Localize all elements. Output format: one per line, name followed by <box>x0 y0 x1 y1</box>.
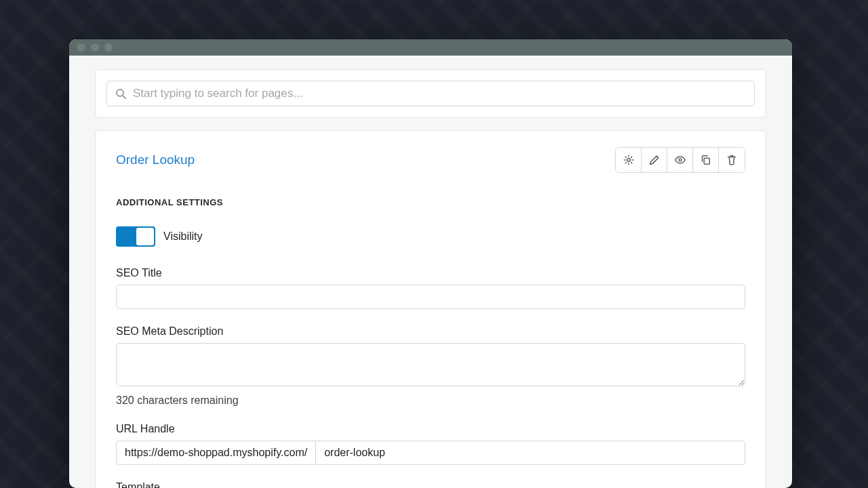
svg-point-2 <box>627 159 630 162</box>
edit-button[interactable] <box>642 148 667 172</box>
page-title-link[interactable]: Order Lookup <box>116 152 195 167</box>
template-label: Template <box>116 481 745 488</box>
action-bar <box>615 147 745 173</box>
svg-line-1 <box>123 96 125 98</box>
page-header: Order Lookup <box>116 147 745 173</box>
visibility-row: Visibility <box>116 226 745 247</box>
url-handle-group: https://demo-shoppad.myshopify.com/ <box>116 441 745 465</box>
page-card: Order Lookup <box>95 130 766 488</box>
section-title: ADDITIONAL SETTINGS <box>116 197 745 207</box>
copy-icon <box>700 154 712 166</box>
url-handle-label: URL Handle <box>116 423 745 435</box>
url-handle-input[interactable] <box>315 441 745 465</box>
search-input[interactable] <box>133 87 746 100</box>
visibility-toggle[interactable] <box>116 226 155 247</box>
url-handle-row: URL Handle https://demo-shoppad.myshopif… <box>116 423 745 465</box>
view-button[interactable] <box>667 148 693 172</box>
delete-button[interactable] <box>719 148 745 172</box>
search-panel <box>95 69 766 118</box>
seo-meta-label: SEO Meta Description <box>116 325 745 338</box>
search-icon <box>115 88 126 99</box>
window-close-button[interactable] <box>77 43 85 52</box>
window-minimize-button[interactable] <box>91 43 99 52</box>
seo-title-label: SEO Title <box>116 267 745 279</box>
seo-meta-input[interactable] <box>116 343 745 386</box>
seo-meta-row: SEO Meta Description 320 characters rema… <box>116 325 745 407</box>
toggle-knob <box>136 228 154 245</box>
copy-button[interactable] <box>693 148 719 172</box>
window-maximize-button[interactable] <box>104 43 113 52</box>
trash-icon <box>726 154 738 166</box>
eye-icon <box>674 154 686 166</box>
pencil-icon <box>648 154 660 166</box>
visibility-label: Visibility <box>163 230 203 243</box>
url-prefix: https://demo-shoppad.myshopify.com/ <box>116 441 315 465</box>
app-window: Order Lookup <box>69 39 792 488</box>
gear-icon <box>623 154 635 166</box>
content-area: Order Lookup <box>69 56 792 488</box>
template-row: Template page.details <box>116 481 745 488</box>
svg-point-3 <box>679 159 682 161</box>
window-titlebar <box>69 39 792 56</box>
seo-meta-helper: 320 characters remaining <box>116 394 745 407</box>
settings-button[interactable] <box>616 148 642 172</box>
search-box[interactable] <box>106 81 755 106</box>
seo-title-input[interactable] <box>116 285 745 309</box>
svg-rect-4 <box>704 158 709 164</box>
seo-title-row: SEO Title <box>116 267 745 309</box>
